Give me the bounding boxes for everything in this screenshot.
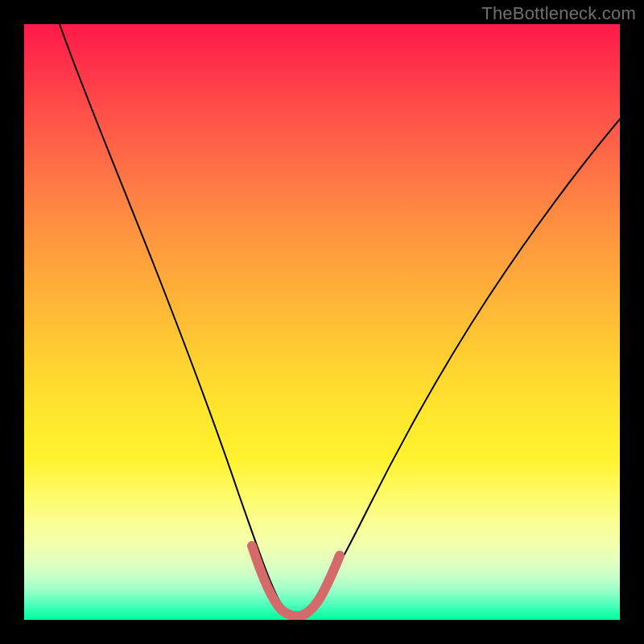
plot-area: [24, 24, 620, 620]
curve-layer: [24, 24, 620, 620]
watermark-text: TheBottleneck.com: [481, 3, 636, 24]
bottleneck-curve: [60, 24, 620, 615]
near-minimum-highlight: [252, 546, 340, 616]
chart-frame: TheBottleneck.com: [0, 0, 644, 644]
